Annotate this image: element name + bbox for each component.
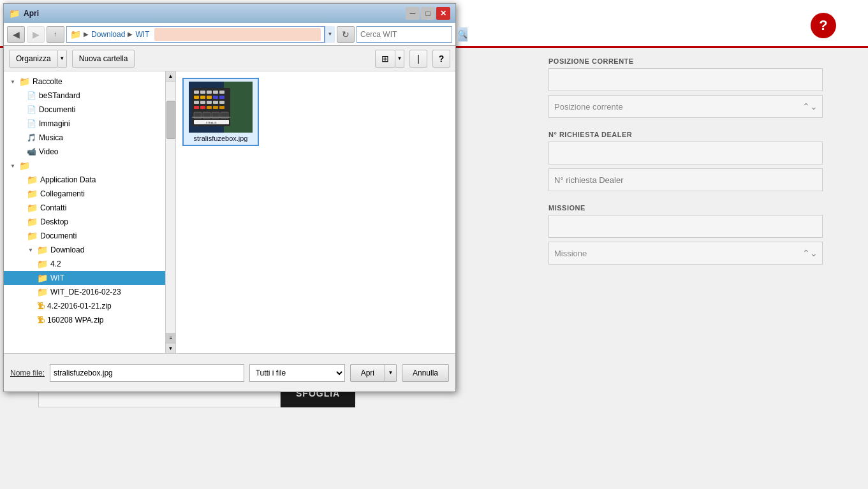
nav-item-collegamenti[interactable]: 📁 Collegamenti xyxy=(4,187,166,201)
svg-rect-18 xyxy=(194,106,199,109)
toolbar-help-button[interactable]: ? xyxy=(432,50,450,68)
filename-input[interactable] xyxy=(50,364,244,382)
zip-icon-2: 🗜 xyxy=(37,316,45,325)
dialog-titlebar: 📁 Apri ─ □ ✕ xyxy=(4,4,455,23)
breadcrumb-folder-icon: 📁 xyxy=(70,29,81,40)
nav-label-zip2: 160208 WPA.zip xyxy=(47,316,104,325)
nav-item-application-data[interactable]: 📁 Application Data xyxy=(4,173,166,187)
svg-rect-12 xyxy=(219,96,224,99)
missione-input-top[interactable] xyxy=(548,215,823,238)
dialog-folder-icon: 📁 xyxy=(9,8,20,18)
nav-item-zip1[interactable]: 🗜 4.2-2016-01-21.zip xyxy=(4,299,166,313)
search-input[interactable] xyxy=(360,30,456,39)
folder-icon-42: 📁 xyxy=(37,259,48,269)
organizza-dropdown[interactable]: ▼ xyxy=(58,50,67,68)
folder-icon-wit: 📁 xyxy=(37,273,48,283)
nuova-cartella-button[interactable]: Nuova cartella xyxy=(72,50,135,68)
nav-item-documenti2[interactable]: 📁 Documenti xyxy=(4,229,166,243)
dialog-title: Apri xyxy=(24,9,404,18)
file-thumbnail: STRALIS xyxy=(189,82,253,133)
folder-icon-documenti2: 📁 xyxy=(27,231,38,241)
richiesta-dealer-input-top[interactable] xyxy=(548,142,823,164)
open-button[interactable]: Apri xyxy=(350,364,385,382)
breadcrumb-download[interactable]: Download xyxy=(91,30,125,39)
filetype-select[interactable]: Tutti i file xyxy=(249,364,345,382)
folder-icon-documenti: 📄 xyxy=(27,105,36,114)
nav-item-video[interactable]: 📹 Video xyxy=(4,145,166,159)
minimize-button[interactable]: ─ xyxy=(406,7,420,20)
scroll-thumb[interactable] xyxy=(166,101,175,139)
posizione-corrente-select[interactable]: Posizione corrente xyxy=(548,95,823,118)
organizza-button[interactable]: Organizza xyxy=(9,50,58,68)
dialog-body: ▼ 📁 Raccolte 📄 beSTandard 📄 Documenti 📄 … xyxy=(4,71,455,353)
folder-icon-desktop: 📁 xyxy=(27,217,38,227)
up-button[interactable]: ↑ xyxy=(47,26,64,43)
nav-item-documenti[interactable]: 📄 Documenti xyxy=(4,103,166,117)
nav-label-download: Download xyxy=(50,245,84,254)
folder-icon-wit-de: 📁 xyxy=(37,287,48,297)
nav-item-wit-de[interactable]: 📁 WIT_DE-2016-02-23 xyxy=(4,285,166,299)
nav-label-documenti2: Documenti xyxy=(40,231,77,240)
forward-button[interactable]: ▶ xyxy=(27,26,45,43)
nav-item-bestandard[interactable]: 📄 beSTandard xyxy=(4,89,166,103)
address-bar-extra xyxy=(154,28,321,41)
svg-rect-8 xyxy=(194,96,199,99)
search-button[interactable]: 🔍 xyxy=(458,27,467,41)
scroll-down-button[interactable]: ▼ xyxy=(166,343,175,353)
svg-rect-17 xyxy=(219,101,224,104)
nav-item-raccolte[interactable]: ▼ 📁 Raccolte xyxy=(4,75,166,89)
nav-label-zip1: 4.2-2016-01-21.zip xyxy=(47,302,112,310)
maximize-button[interactable]: □ xyxy=(421,7,435,20)
scroll-grip[interactable]: ≡ xyxy=(166,333,176,343)
posizione-corrente-section: POSIZIONE CORRENTE Posizione corrente ⌃⌄ xyxy=(548,57,823,118)
folder-icon-collegamenti: 📁 xyxy=(27,189,38,199)
richiesta-dealer-label: N° RICHIESTA DEALER xyxy=(548,131,823,138)
file-item-stralisfuzebox[interactable]: STRALIS stralisfuzebox.jpg xyxy=(182,78,259,146)
nav-label-collegamenti: Collegamenti xyxy=(40,189,85,198)
expand-icon-user: ▼ xyxy=(9,162,17,170)
dialog-bottom: Nome file: Tutti i file Apri ▼ Annulla xyxy=(4,353,455,391)
nav-item-download[interactable]: ▼ 📁 Download xyxy=(4,243,166,257)
file-dialog: 📁 Apri ─ □ ✕ ◀ ▶ ↑ 📁 ▶ Download ▶ WIT ▼ … xyxy=(3,3,456,392)
help-icon-circle[interactable]: ? xyxy=(811,13,836,38)
breadcrumb-wit[interactable]: WIT xyxy=(135,30,149,39)
svg-rect-22 xyxy=(219,106,224,109)
missione-select[interactable]: Missione xyxy=(548,242,823,265)
nav-item-zip2[interactable]: 🗜 160208 WPA.zip xyxy=(4,313,166,327)
missione-label: MISSIONE xyxy=(548,204,823,212)
view-button[interactable]: ⊞ xyxy=(375,50,395,68)
content-panel: STRALIS stralisfuzebox.jpg xyxy=(176,71,455,353)
nav-item-contatti[interactable]: 📁 Contatti xyxy=(4,201,166,215)
refresh-button[interactable]: ↻ xyxy=(337,26,355,43)
nav-label-video: Video xyxy=(39,147,58,156)
svg-rect-21 xyxy=(213,106,218,109)
view-dropdown[interactable]: ▼ xyxy=(395,50,404,68)
nav-item-musica[interactable]: 🎵 Musica xyxy=(4,131,166,145)
nav-item-desktop[interactable]: 📁 Desktop xyxy=(4,215,166,229)
posizione-corrente-input-top[interactable] xyxy=(548,68,823,91)
nome-file-label: Nome file: xyxy=(10,369,45,377)
nav-panel: ▼ 📁 Raccolte 📄 beSTandard 📄 Documenti 📄 … xyxy=(4,71,176,353)
svg-rect-27 xyxy=(192,117,230,118)
nav-label-wit: WIT xyxy=(50,274,64,282)
close-button[interactable]: ✕ xyxy=(436,7,450,20)
folder-icon-video: 📹 xyxy=(27,147,36,156)
scroll-up-button[interactable]: ▲ xyxy=(166,71,175,82)
nav-item-immagini[interactable]: 📄 Immagini xyxy=(4,117,166,131)
svg-rect-14 xyxy=(200,101,205,104)
nav-scrollbar: ▲ ≡ ▼ xyxy=(165,71,175,353)
separator-button[interactable]: | xyxy=(409,50,427,68)
nav-item-42[interactable]: 📁 4.2 xyxy=(4,257,166,271)
richiesta-dealer-input[interactable] xyxy=(548,168,823,191)
back-button[interactable]: ◀ xyxy=(7,26,25,43)
nav-label-raccolte: Raccolte xyxy=(33,77,63,86)
open-button-arrow[interactable]: ▼ xyxy=(385,364,397,382)
nav-item-wit[interactable]: 📁 WIT xyxy=(4,271,166,285)
nav-item-user-root[interactable]: ▼ 📁 xyxy=(4,159,166,173)
cancel-button[interactable]: Annulla xyxy=(402,364,449,382)
expand-icon-download: ▼ xyxy=(27,246,34,254)
nav-label-application-data: Application Data xyxy=(40,175,96,184)
breadcrumb-dropdown[interactable]: ▼ xyxy=(325,26,335,43)
help-icon: ? xyxy=(819,17,827,34)
right-panel: POSIZIONE CORRENTE Posizione corrente ⌃⌄… xyxy=(548,57,823,277)
